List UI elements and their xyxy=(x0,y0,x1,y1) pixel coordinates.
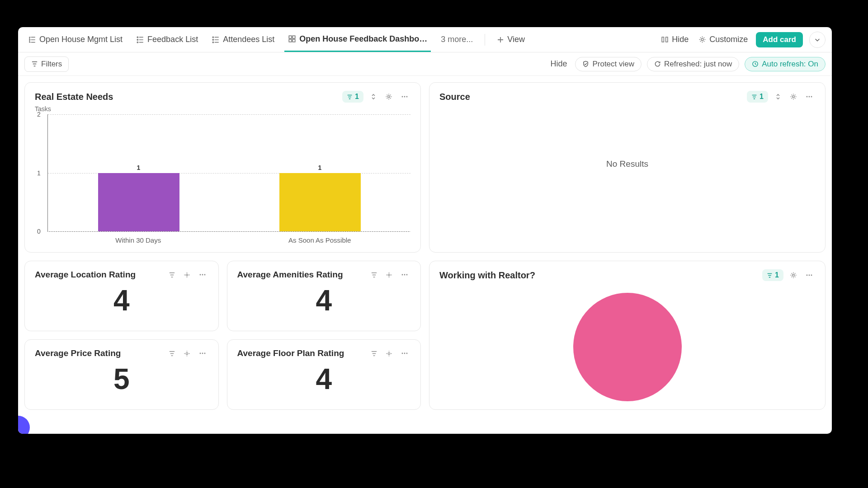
svg-point-35 xyxy=(402,353,403,354)
svg-point-30 xyxy=(186,352,188,354)
svg-point-31 xyxy=(199,353,201,354)
tab-feedback-list[interactable]: Feedback List xyxy=(132,27,202,52)
svg-point-21 xyxy=(811,96,812,98)
svg-rect-9 xyxy=(292,39,295,42)
refreshed-status[interactable]: Refreshed: just now xyxy=(647,57,739,71)
svg-point-40 xyxy=(809,275,810,276)
card-title: Working with Realtor? xyxy=(439,270,535,281)
tab-open-house-feedback-dashboard[interactable]: Open House Feedback Dashbo… xyxy=(284,27,431,52)
tab-label: Open House Mgmt List xyxy=(39,35,123,44)
svg-rect-7 xyxy=(292,36,295,38)
filter-icon[interactable] xyxy=(167,348,177,359)
protect-label: Protect view xyxy=(592,60,634,69)
card-filter-badge[interactable]: 1 xyxy=(747,91,768,103)
card-working-with-realtor: Working with Realtor? 1 xyxy=(429,261,826,410)
svg-point-41 xyxy=(811,275,812,276)
svg-point-20 xyxy=(809,96,810,98)
filter-icon[interactable] xyxy=(167,270,177,280)
add-view[interactable]: View xyxy=(493,27,528,52)
tabs-more[interactable]: 3 more... xyxy=(437,27,476,52)
more-menu-button[interactable] xyxy=(809,32,826,48)
customize-label: Customize xyxy=(709,35,748,44)
svg-point-12 xyxy=(701,38,703,41)
gear-icon[interactable] xyxy=(384,348,394,359)
svg-point-19 xyxy=(807,96,808,98)
bar-rect[interactable] xyxy=(98,173,179,232)
card-avg-floor-plan-rating: Average Floor Plan Rating 4 xyxy=(227,339,421,410)
separator xyxy=(485,34,485,46)
hide-columns-button[interactable]: Hide xyxy=(659,35,690,44)
y-axis-label: Tasks xyxy=(35,105,410,113)
expand-icon[interactable] xyxy=(368,91,379,102)
svg-point-26 xyxy=(388,274,390,276)
metric-value: 4 xyxy=(35,284,208,317)
card-real-estate-needs: Real Estate Needs 1 Tasks 01211 Within 3… xyxy=(24,82,421,253)
pie-chart xyxy=(439,284,815,401)
bar-chart: Tasks 01211 Within 30 DaysAs Soon As Pos… xyxy=(35,105,410,244)
svg-point-1 xyxy=(137,39,138,40)
hide-icon xyxy=(661,36,669,43)
gear-icon[interactable] xyxy=(182,348,192,359)
svg-point-16 xyxy=(404,96,406,98)
more-icon[interactable] xyxy=(197,269,208,280)
hide-link[interactable]: Hide xyxy=(547,59,570,69)
protect-view-button[interactable]: Protect view xyxy=(575,57,642,71)
svg-rect-11 xyxy=(666,37,668,42)
more-icon[interactable] xyxy=(399,269,410,280)
refreshed-label: Refreshed: just now xyxy=(664,60,732,69)
bar-rect[interactable] xyxy=(279,173,361,232)
card-filter-badge[interactable]: 1 xyxy=(342,91,363,103)
svg-rect-6 xyxy=(289,36,292,38)
filter-icon xyxy=(751,94,757,100)
metric-value: 4 xyxy=(237,362,411,396)
x-tick-label: Within 30 Days xyxy=(47,236,229,244)
help-bubble[interactable] xyxy=(18,416,30,434)
filters-button[interactable]: Filters xyxy=(24,56,69,72)
more-icon[interactable] xyxy=(399,348,410,359)
svg-point-15 xyxy=(402,96,403,98)
card-title: Average Location Rating xyxy=(35,270,136,280)
svg-point-32 xyxy=(202,353,203,354)
gear-icon[interactable] xyxy=(383,91,394,102)
filter-icon[interactable] xyxy=(369,270,379,280)
gear-icon[interactable] xyxy=(788,91,799,102)
gear-icon[interactable] xyxy=(788,270,799,281)
add-card-button[interactable]: Add card xyxy=(756,32,803,47)
filter-icon xyxy=(767,272,773,278)
svg-point-4 xyxy=(212,39,213,40)
more-icon[interactable] xyxy=(803,270,815,281)
customize-button[interactable]: Customize xyxy=(697,35,750,44)
dashboard-toolbar: Filters Hide Protect view Refreshed: jus… xyxy=(18,52,832,76)
bar-value-label: 1 xyxy=(137,164,141,171)
tab-label: Attendees List xyxy=(223,35,274,44)
card-avg-amenities-rating: Average Amenities Rating 4 xyxy=(227,261,421,331)
y-tick: 1 xyxy=(37,169,41,177)
svg-point-0 xyxy=(137,37,138,38)
tab-attendees-list[interactable]: Attendees List xyxy=(208,27,278,52)
more-icon[interactable] xyxy=(399,91,410,102)
hierarchy-list-icon xyxy=(28,36,36,44)
card-title: Average Price Rating xyxy=(35,348,121,358)
gear-icon[interactable] xyxy=(384,270,394,280)
filter-count: 1 xyxy=(355,93,359,101)
tab-open-house-mgmt-list[interactable]: Open House Mgmt List xyxy=(24,27,126,52)
expand-icon[interactable] xyxy=(773,91,783,102)
card-title: Average Amenities Rating xyxy=(237,270,343,280)
svg-rect-10 xyxy=(662,37,664,42)
svg-point-27 xyxy=(402,274,403,276)
filter-icon xyxy=(31,61,38,67)
svg-point-18 xyxy=(793,96,795,98)
x-tick-label: As Soon As Possible xyxy=(229,236,411,244)
svg-point-39 xyxy=(807,275,808,276)
bar-column: 1 xyxy=(229,114,410,231)
autorefresh-toggle[interactable]: Auto refresh: On xyxy=(745,57,826,71)
card-filter-badge[interactable]: 1 xyxy=(762,269,783,281)
app-window: Open House Mgmt List Feedback List Atten… xyxy=(18,27,832,434)
more-icon[interactable] xyxy=(803,91,815,102)
filters-label: Filters xyxy=(41,60,62,69)
svg-point-17 xyxy=(406,96,408,98)
filter-icon[interactable] xyxy=(369,348,379,359)
y-tick: 2 xyxy=(37,111,41,118)
more-icon[interactable] xyxy=(197,348,208,359)
gear-icon[interactable] xyxy=(182,270,192,280)
